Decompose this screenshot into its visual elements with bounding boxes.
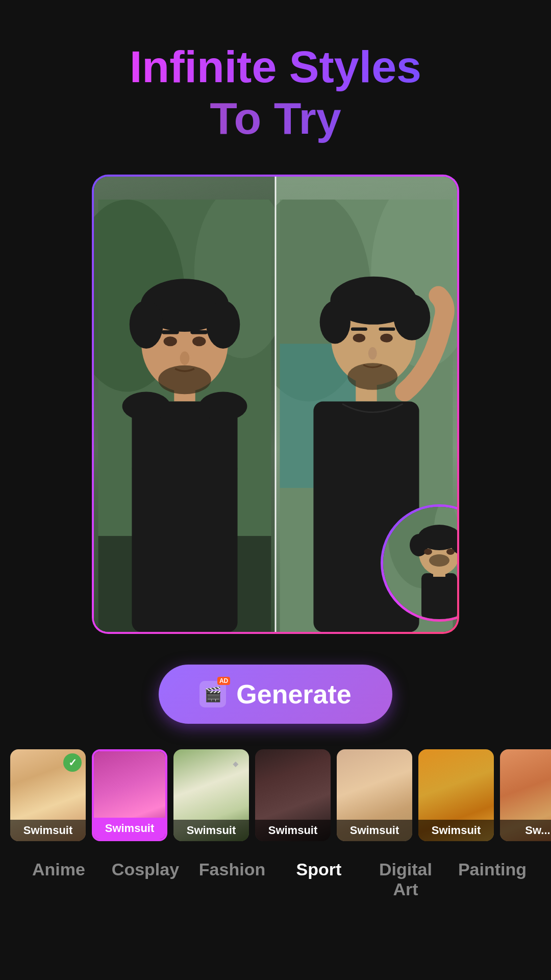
style-thumb-fashion[interactable]: ⬥Swimsuit [173,749,249,841]
svg-point-45 [446,549,455,555]
svg-rect-30 [351,327,367,331]
svg-rect-13 [190,330,208,334]
generate-icon: 🎬 AD [199,681,226,707]
svg-point-9 [206,301,240,349]
category-tab-fashion[interactable]: Fashion [189,851,276,908]
category-tab-anime[interactable]: Anime [15,851,102,908]
svg-point-32 [368,347,377,359]
style-thumb-cosplay[interactable]: Swimsuit [92,749,167,841]
film-icon: 🎬 [204,686,222,703]
svg-rect-16 [132,401,237,632]
style-thumb-sport[interactable]: Swimsuit [255,749,331,841]
svg-point-18 [199,392,247,421]
svg-rect-12 [162,330,179,334]
svg-point-28 [353,334,365,342]
category-tab-painting[interactable]: Painting [449,851,536,908]
title-line2: To Try [130,92,421,144]
category-tab-sport[interactable]: Sport [276,851,362,908]
title-line1: Infinite Styles [130,41,421,92]
svg-point-33 [347,363,397,390]
image-inner [94,177,457,632]
category-tabs: AnimeCosplayFashionSportDigital ArtPaint… [0,851,551,908]
style-thumb-painting[interactable]: Swimsuit [418,749,494,841]
svg-point-17 [122,392,170,421]
style-thumb-anime[interactable]: ✓Swimsuit [10,749,86,841]
svg-rect-31 [379,327,395,331]
svg-point-26 [320,301,350,344]
category-tab-digital[interactable]: Digital Art [362,851,449,908]
title-section: Infinite Styles To Try [130,41,421,144]
split-divider [275,177,277,632]
split-image-container [92,175,459,634]
generate-button[interactable]: 🎬 AD Generate [159,665,392,724]
style-thumb-extra[interactable]: Sw... [500,749,551,841]
style-thumbnails-row: ✓SwimsuitSwimsuit⬥SwimsuitSwimsuitSwimsu… [0,749,551,841]
generate-label: Generate [236,679,351,709]
svg-point-15 [158,365,211,394]
diamond-badge: ⬥ [227,753,245,772]
svg-point-46 [429,554,449,567]
svg-point-27 [394,294,431,340]
svg-point-14 [180,352,190,365]
image-border [92,175,459,634]
style-thumb-digital[interactable]: Swimsuit [337,749,412,841]
svg-rect-38 [421,573,457,619]
svg-point-11 [192,336,206,346]
generate-section: 🎬 AD Generate [159,665,392,724]
svg-point-44 [424,549,432,555]
svg-point-8 [130,301,163,349]
ad-badge: AD [217,677,230,685]
svg-point-10 [164,336,177,346]
category-tab-cosplay[interactable]: Cosplay [102,851,189,908]
svg-point-29 [380,334,392,342]
category-section: ✓SwimsuitSwimsuit⬥SwimsuitSwimsuitSwimsu… [0,749,551,908]
split-left [94,177,276,632]
